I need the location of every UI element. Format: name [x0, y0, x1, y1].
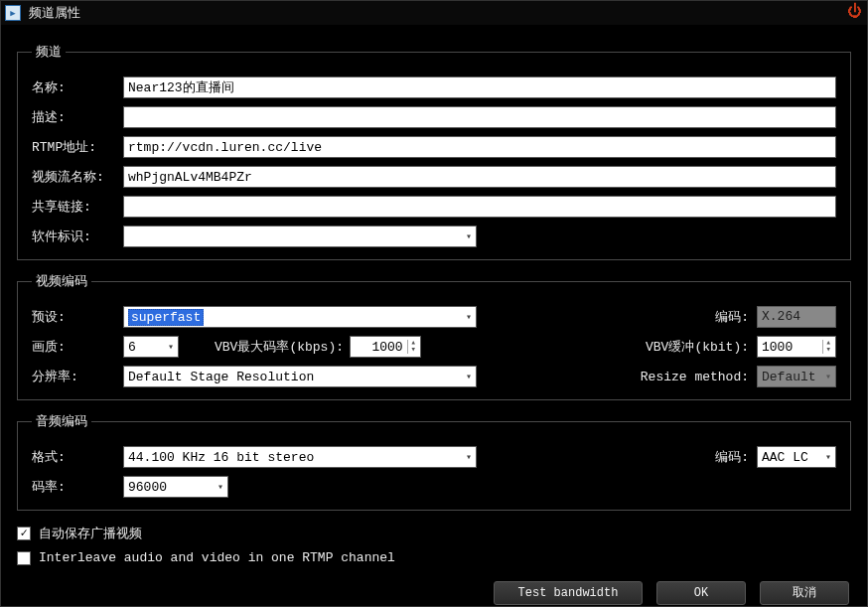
audio-encoding-value: AAC LC — [762, 450, 808, 465]
resolution-label: 分辨率: — [32, 368, 123, 385]
channel-fieldset: 频道 名称: 描述: RTMP地址: 视频流名称: 共享链接: 软件标识: ▾ — [17, 43, 851, 260]
quality-value: 6 — [128, 340, 136, 355]
preset-value: superfast — [128, 309, 204, 326]
resize-label: Resize method: — [641, 370, 749, 384]
audio-encoding-select[interactable]: AAC LC ▾ — [757, 446, 836, 468]
vbv-buf-label: VBV缓冲(kbit): — [646, 338, 749, 356]
audio-format-value: 44.100 KHz 16 bit stereo — [128, 450, 314, 465]
interleave-checkbox-row[interactable]: Interleave audio and video in one RTMP c… — [17, 550, 851, 565]
test-bandwidth-button[interactable]: Test bandwidth — [494, 581, 643, 605]
chevron-down-icon: ▾ — [462, 451, 472, 463]
resolution-value: Default Stage Resolution — [128, 370, 314, 384]
video-encoding-value: X.264 — [757, 306, 836, 328]
chevron-down-icon: ▾ — [164, 341, 174, 353]
autosave-checkbox-row[interactable]: ✓ 自动保存广播视频 — [17, 525, 851, 542]
chevron-down-icon: ▾ — [462, 230, 472, 242]
preset-select[interactable]: superfast ▾ — [123, 306, 477, 328]
channel-legend: 频道 — [32, 43, 66, 61]
vbv-buf-value: 1000 — [762, 340, 822, 355]
rtmp-label: RTMP地址: — [32, 138, 123, 156]
vbv-max-label: VBV最大码率(kbps): — [215, 338, 344, 356]
cancel-button[interactable]: 取消 — [760, 581, 849, 605]
ok-button[interactable]: OK — [656, 581, 746, 605]
bitrate-value: 96000 — [128, 480, 167, 495]
video-encoding-label: 编码: — [693, 308, 749, 326]
close-icon[interactable]: ⏻ — [845, 4, 863, 22]
vbv-max-value: 1000 — [355, 340, 407, 355]
name-label: 名称: — [32, 78, 123, 96]
software-label: 软件标识: — [32, 228, 123, 245]
window-title: 频道属性 — [27, 4, 845, 22]
desc-label: 描述: — [32, 108, 123, 126]
name-input[interactable] — [123, 76, 836, 98]
share-input[interactable] — [123, 196, 836, 218]
audio-fieldset: 音频编码 格式: 44.100 KHz 16 bit stereo ▾ 编码: … — [17, 412, 851, 511]
vbv-max-stepper[interactable]: 1000 ▴▾ — [350, 336, 421, 358]
resize-value: Default — [762, 370, 816, 384]
audio-encoding-label: 编码: — [693, 448, 749, 466]
spinner-icon: ▴▾ — [822, 340, 831, 354]
quality-select[interactable]: 6 ▾ — [123, 336, 179, 358]
bitrate-label: 码率: — [32, 478, 123, 496]
autosave-label: 自动保存广播视频 — [39, 525, 142, 542]
chevron-down-icon: ▾ — [214, 481, 223, 493]
stream-label: 视频流名称: — [32, 168, 123, 186]
titlebar: ▶ 频道属性 ⏻ — [1, 1, 867, 25]
chevron-down-icon: ▾ — [462, 311, 472, 323]
resize-select[interactable]: Default ▾ — [757, 366, 836, 387]
preset-label: 预设: — [32, 308, 123, 326]
chevron-down-icon: ▾ — [821, 371, 831, 382]
audio-format-select[interactable]: 44.100 KHz 16 bit stereo ▾ — [123, 446, 477, 468]
app-icon: ▶ — [5, 5, 21, 21]
chevron-down-icon: ▾ — [462, 371, 472, 382]
checkbox-checked-icon: ✓ — [17, 527, 31, 540]
chevron-down-icon: ▾ — [821, 451, 831, 463]
checkbox-unchecked-icon — [17, 551, 31, 565]
software-select[interactable]: ▾ — [123, 226, 477, 247]
desc-input[interactable] — [123, 106, 836, 128]
video-fieldset: 视频编码 预设: superfast ▾ 编码: X.264 画质: 6 ▾ V… — [17, 272, 851, 400]
resolution-select[interactable]: Default Stage Resolution ▾ — [123, 366, 477, 387]
audio-format-label: 格式: — [32, 448, 123, 466]
bitrate-select[interactable]: 96000 ▾ — [123, 476, 228, 498]
rtmp-input[interactable] — [123, 136, 836, 158]
vbv-buf-stepper[interactable]: 1000 ▴▾ — [757, 336, 836, 358]
interleave-label: Interleave audio and video in one RTMP c… — [39, 550, 395, 565]
quality-label: 画质: — [32, 338, 123, 356]
spinner-icon: ▴▾ — [407, 340, 416, 354]
stream-input[interactable] — [123, 166, 836, 188]
audio-legend: 音频编码 — [32, 412, 91, 430]
share-label: 共享链接: — [32, 198, 123, 216]
video-legend: 视频编码 — [32, 272, 91, 290]
